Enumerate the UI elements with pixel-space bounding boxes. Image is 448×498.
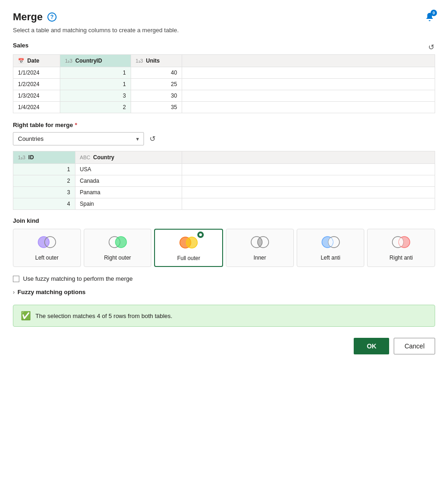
right-outer-venn-icon [106,235,129,249]
table-row: 1/2/2024 1 25 [13,79,435,90]
svg-point-3 [115,237,126,248]
selected-indicator [197,232,204,238]
countries-row1-country: USA [75,164,182,175]
sales-table-header: 📅 Date 1₂3 CountryID 1₂3 Units [13,55,435,67]
join-card-left-outer[interactable]: Left outer [13,229,81,267]
countries-col-empty [182,151,435,164]
countries-col-id[interactable]: 1₂3 ID [13,151,75,164]
dropdown-row: Countries ▾ ↺ [13,132,435,145]
abc-icon-country: ABC [80,155,91,160]
123-icon-units: 1₂3 [136,58,143,64]
join-card-left-anti[interactable]: Left anti [297,229,365,267]
sales-row2-empty [182,79,435,90]
sales-col-date[interactable]: 📅 Date [13,55,60,67]
right-table-dropdown[interactable]: Countries ▾ [13,132,144,145]
countries-row3-country: Panama [75,187,182,198]
sales-row4-countryid: 2 [60,102,131,113]
success-checkmark-icon: ✅ [21,311,31,321]
sales-col-empty [182,55,435,67]
countries-table-header: 1₂3 ID ABC Country [13,151,435,164]
countries-row2-empty [182,175,435,187]
full-outer-venn-icon [177,235,200,250]
sales-row1-units: 40 [131,67,182,79]
right-table-section: Right table for merge * Countries ▾ ↺ 1₂… [13,122,435,210]
join-card-inner-icon-wrap [248,235,271,251]
join-card-full-outer-label: Full outer [177,255,200,261]
sales-row4-units: 35 [131,102,182,113]
countries-col-country[interactable]: ABC Country [75,151,182,164]
sales-row2-date: 1/2/2024 [13,79,60,90]
sales-table: 📅 Date 1₂3 CountryID 1₂3 Units [13,54,435,113]
right-anti-venn-icon [390,235,413,249]
countries-col-country-label: Country [93,154,115,161]
join-cards-container: Left outer Right outer [13,229,435,267]
join-card-full-outer[interactable]: Full outer [154,229,223,267]
left-outer-venn-icon [35,235,58,249]
sales-col-units-label: Units [146,58,160,64]
sales-row2-units: 25 [131,79,182,90]
required-star: * [75,122,77,128]
cancel-button[interactable]: Cancel [394,338,435,354]
join-card-right-anti[interactable]: Right anti [367,229,435,267]
join-card-right-outer-label: Right outer [104,255,131,261]
countries-row4-id: 4 [13,198,75,210]
svg-point-0 [38,237,49,248]
countries-row1-id: 1 [13,164,75,175]
dialog-header: Merge ? 0 [13,11,435,23]
footer-buttons: OK Cancel [13,338,435,354]
sales-row3-empty [182,90,435,102]
ok-button[interactable]: OK [354,338,389,354]
join-card-left-anti-icon-wrap [319,235,342,251]
calendar-icon: 📅 [18,58,24,64]
fuzzy-matching-checkbox[interactable] [13,276,19,282]
join-card-right-anti-icon-wrap [390,235,413,251]
sales-row2-countryid: 1 [60,79,131,90]
countries-row4-empty [182,198,435,210]
sales-row1-empty [182,67,435,79]
notification-icon[interactable]: 0 [424,12,435,23]
success-message: The selection matches 4 of 5 rows from b… [35,313,172,319]
dropdown-value: Countries [18,135,44,142]
chevron-down-icon: ▾ [136,136,139,142]
fuzzy-options-row[interactable]: › Fuzzy matching options [13,289,435,295]
join-card-inner-label: Inner [253,255,266,261]
join-card-right-outer[interactable]: Right outer [84,229,152,267]
sales-col-countryid-label: CountryID [75,58,102,64]
join-card-right-anti-label: Right anti [390,255,413,261]
countries-table: 1₂3 ID ABC Country 1 USA 2 [13,151,435,210]
notification-badge: 0 [431,10,437,16]
table-row: 1/4/2024 2 35 [13,102,435,113]
sales-table-header-row: Sales ↺ [13,42,435,52]
123-icon-id: 1₂3 [18,155,25,160]
sales-refresh-button[interactable]: ↺ [427,42,435,52]
join-card-full-outer-icon-wrap [177,235,200,251]
sales-col-units[interactable]: 1₂3 Units [131,55,182,67]
join-card-inner[interactable]: Inner [226,229,294,267]
title-group: Merge ? [13,11,57,23]
countries-row3-id: 3 [13,187,75,198]
sales-row4-empty [182,102,435,113]
sales-row3-units: 30 [131,90,182,102]
left-anti-venn-icon [319,235,342,249]
dialog-subtitle: Select a table and matching columns to c… [13,27,435,34]
sales-row1-countryid: 1 [60,67,131,79]
join-card-left-anti-label: Left anti [321,255,340,261]
merge-dialog: Merge ? 0 Select a table and matching co… [0,0,448,498]
right-table-refresh-button[interactable]: ↺ [149,133,156,144]
countries-row4-country: Spain [75,198,182,210]
countries-row3-empty [182,187,435,198]
123-icon-countryid: 1₂3 [65,58,72,64]
sales-col-countryid[interactable]: 1₂3 CountryID [60,55,131,67]
table-row: 1 USA [13,164,435,175]
countries-row1-empty [182,164,435,175]
success-banner: ✅ The selection matches 4 of 5 rows from… [13,305,435,327]
join-kind-section: Join kind Left outer [13,217,435,267]
fuzzy-checkbox-row: Use fuzzy matching to perform the merge [13,275,435,282]
right-table-label-text: Right table for merge [13,122,73,128]
fuzzy-options-label: Fuzzy matching options [17,289,86,295]
sales-row4-date: 1/4/2024 [13,102,60,113]
countries-row2-country: Canada [75,175,182,187]
help-icon[interactable]: ? [47,12,57,22]
join-card-right-outer-icon-wrap [106,235,129,251]
join-card-left-outer-icon-wrap [35,235,58,251]
